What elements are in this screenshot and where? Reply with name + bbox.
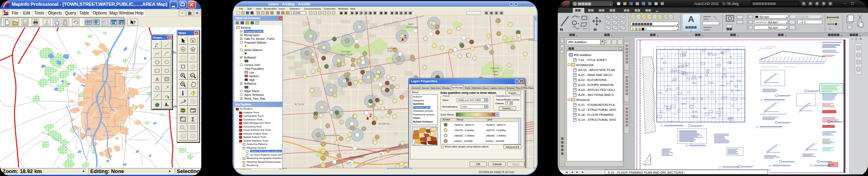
svg-text:Harrold Race: Harrold Race xyxy=(349,156,364,158)
svg-text:1: 1 xyxy=(404,34,407,39)
svg-text:Lancaster Ave: Lancaster Ave xyxy=(324,134,341,137)
svg-text:W 13th St: W 13th St xyxy=(378,122,390,125)
svg-text:30: 30 xyxy=(380,153,382,155)
svg-text:Harmon: Harmon xyxy=(491,67,500,69)
svg-text:Σ: Σ xyxy=(191,116,195,122)
svg-text:▮▮: ▮▮ xyxy=(594,28,597,31)
svg-text:2: 2 xyxy=(369,113,372,118)
svg-text:Elementary: Elementary xyxy=(406,26,418,28)
svg-text:Park: Park xyxy=(388,50,393,52)
svg-text:Heritage: Heritage xyxy=(341,50,351,53)
svg-text:For: For xyxy=(398,143,407,149)
svg-text:Field: Field xyxy=(492,70,498,73)
svg-text:?: ? xyxy=(167,96,169,99)
svg-text:▮▮: ▮▮ xyxy=(560,28,563,31)
svg-text:A: A xyxy=(156,77,159,82)
svg-text:?: ? xyxy=(167,104,169,108)
svg-text:Park Plaza: Park Plaza xyxy=(340,53,353,56)
svg-text:S-16: S-16 xyxy=(829,164,834,166)
svg-text:W 7th St: W 7th St xyxy=(294,103,304,105)
svg-text:199: 199 xyxy=(347,161,351,164)
svg-text:?: ? xyxy=(182,82,184,86)
svg-text:Heritage: Heritage xyxy=(387,47,396,49)
svg-text:12: 12 xyxy=(193,110,195,112)
svg-text:?: ? xyxy=(133,20,136,25)
svg-text:Park: Park xyxy=(493,73,499,76)
svg-text:Nash: Nash xyxy=(408,23,413,25)
